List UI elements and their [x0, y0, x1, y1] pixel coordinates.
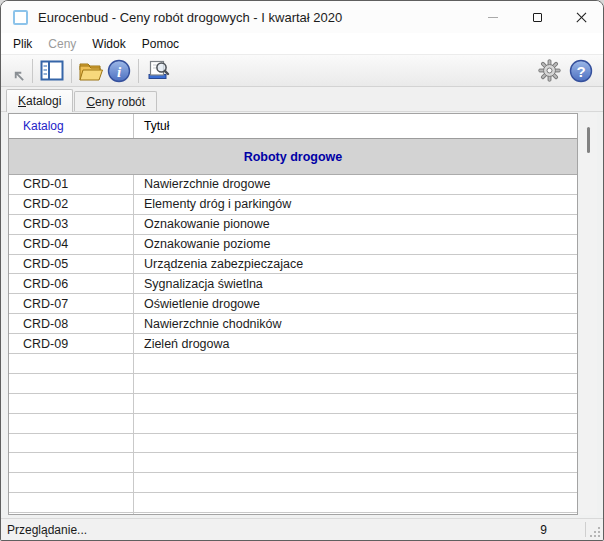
cell-tytul: [134, 354, 577, 373]
minimize-button[interactable]: [471, 1, 515, 33]
print-preview-icon: [146, 59, 171, 82]
close-button[interactable]: [559, 1, 603, 33]
table-row-empty: [9, 354, 577, 374]
status-text: Przeglądanie...: [7, 523, 87, 537]
cell-tytul[interactable]: Nawierzchnie chodników: [134, 314, 577, 333]
open-folder-icon: [78, 60, 104, 82]
gear-icon: [538, 59, 561, 82]
table-header-row: Katalog Tytuł: [9, 114, 577, 139]
cell-tytul: [134, 513, 577, 515]
cell-katalog[interactable]: CRD-05: [9, 255, 134, 274]
cell-katalog[interactable]: CRD-09: [9, 334, 134, 353]
table-row-empty: [9, 473, 577, 493]
table-row[interactable]: CRD-08Nawierzchnie chodników: [9, 314, 577, 334]
cell-tytul: [134, 453, 577, 472]
toolbar: i: [1, 54, 603, 87]
table-row-empty: [9, 414, 577, 434]
group-header-row: Roboty drogowe: [9, 139, 577, 175]
cell-tytul[interactable]: Elementy dróg i parkingów: [134, 195, 577, 214]
cell-tytul[interactable]: Oznakowanie poziome: [134, 235, 577, 254]
table-row[interactable]: CRD-06Sygnalizacja świetlna: [9, 274, 577, 294]
table-row[interactable]: CRD-03Oznakowanie pionowe: [9, 215, 577, 235]
table-row-empty: [9, 453, 577, 473]
table-row[interactable]: CRD-07Oświetlenie drogowe: [9, 294, 577, 314]
info-icon: i: [107, 59, 131, 83]
cell-katalog[interactable]: CRD-03: [9, 215, 134, 234]
cell-tytul[interactable]: Oznakowanie pionowe: [134, 215, 577, 234]
table-row[interactable]: CRD-04Oznakowanie poziome: [9, 235, 577, 255]
toolbar-separator: [71, 59, 72, 83]
cell-katalog: [9, 493, 134, 512]
tab-strip: Katalogi Ceny robót: [1, 87, 603, 112]
cell-tytul: [134, 473, 577, 492]
scrollbar-thumb[interactable]: [587, 127, 590, 153]
cell-tytul[interactable]: Sygnalizacja świetlna: [134, 274, 577, 293]
cell-tytul[interactable]: Oświetlenie drogowe: [134, 294, 577, 313]
cell-katalog[interactable]: CRD-04: [9, 235, 134, 254]
cell-tytul: [134, 374, 577, 393]
maximize-button[interactable]: [515, 1, 559, 33]
table-row-empty: [9, 434, 577, 454]
tab-katalogi[interactable]: Katalogi: [6, 89, 73, 112]
cell-tytul: [134, 434, 577, 453]
resize-grip[interactable]: [589, 526, 601, 538]
table-row[interactable]: CRD-02Elementy dróg i parkingów: [9, 195, 577, 215]
layout-panels-icon: [40, 60, 64, 81]
table-row[interactable]: CRD-01Nawierzchnie drogowe: [9, 175, 577, 195]
cell-tytul[interactable]: Urządzenia zabezpieczajace: [134, 255, 577, 274]
help-icon: ?: [569, 59, 593, 83]
menu-bar: Plik Ceny Widok Pomoc: [1, 33, 603, 54]
caption-buttons: [471, 1, 603, 33]
close-icon: [576, 12, 587, 23]
cell-katalog: [9, 354, 134, 373]
vertical-scrollbar[interactable]: [580, 113, 597, 515]
table-row-empty: [9, 513, 577, 515]
column-header-katalog[interactable]: Katalog: [9, 114, 134, 138]
help-button[interactable]: ?: [567, 57, 595, 85]
app-window: Eurocenbud - Ceny robót drogowych - I kw…: [0, 0, 604, 541]
settings-button[interactable]: [535, 57, 563, 85]
cell-tytul: [134, 493, 577, 512]
cell-katalog[interactable]: CRD-02: [9, 195, 134, 214]
tab-ceny-robot[interactable]: Ceny robót: [74, 91, 157, 111]
table-row[interactable]: CRD-09Zieleń drogowa: [9, 334, 577, 354]
dock-arrow-icon: [12, 69, 25, 82]
svg-text:?: ?: [576, 62, 585, 79]
cell-katalog[interactable]: CRD-01: [9, 175, 134, 194]
cell-katalog[interactable]: CRD-08: [9, 314, 134, 333]
status-bar: Przeglądanie... 9: [1, 518, 603, 540]
column-header-tytul[interactable]: Tytuł: [134, 114, 577, 138]
tab-ceny-robot-label: Ceny robót: [86, 95, 145, 109]
menu-ceny: Ceny: [40, 35, 84, 53]
cell-tytul: [134, 394, 577, 413]
menu-plik[interactable]: Plik: [5, 35, 40, 53]
cell-katalog: [9, 434, 134, 453]
layout-panels-button[interactable]: [38, 57, 66, 85]
menu-widok[interactable]: Widok: [84, 35, 133, 53]
toolbar-separator: [32, 59, 33, 83]
table-row-empty: [9, 493, 577, 513]
tab-katalogi-label: Katalogi: [18, 94, 61, 108]
cell-katalog: [9, 453, 134, 472]
table-row-empty: [9, 394, 577, 414]
cell-katalog: [9, 473, 134, 492]
cell-katalog[interactable]: CRD-07: [9, 294, 134, 313]
print-preview-button[interactable]: [144, 57, 172, 85]
cell-katalog[interactable]: CRD-06: [9, 274, 134, 293]
dock-arrow-button[interactable]: [9, 57, 27, 85]
status-separator: [585, 522, 586, 537]
table-row-empty: [9, 374, 577, 394]
cell-tytul[interactable]: Zieleń drogowa: [134, 334, 577, 353]
table-row[interactable]: CRD-05Urządzenia zabezpieczajace: [9, 255, 577, 275]
cell-tytul: [134, 414, 577, 433]
cell-tytul[interactable]: Nawierzchnie drogowe: [134, 175, 577, 194]
cell-katalog: [9, 374, 134, 393]
open-folder-button[interactable]: [77, 57, 105, 85]
record-count: 9: [540, 519, 547, 540]
menu-pomoc[interactable]: Pomoc: [134, 35, 187, 53]
info-button[interactable]: i: [105, 57, 133, 85]
maximize-icon: [533, 13, 542, 22]
minimize-icon: [488, 17, 498, 18]
window-title: Eurocenbud - Ceny robót drogowych - I kw…: [38, 10, 342, 25]
toolbar-right-group: ?: [535, 57, 595, 85]
